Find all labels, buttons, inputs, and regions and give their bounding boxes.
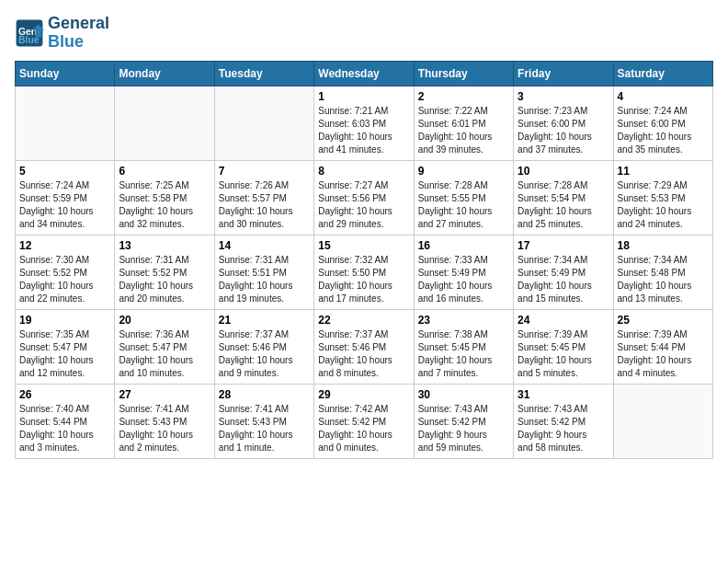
day-number: 11 (618, 165, 709, 178)
calendar-cell: 7Sunrise: 7:26 AM Sunset: 5:57 PM Daylig… (214, 160, 313, 235)
calendar-cell: 20Sunrise: 7:36 AM Sunset: 5:47 PM Dayli… (115, 309, 214, 384)
calendar-cell: 31Sunrise: 7:43 AM Sunset: 5:42 PM Dayli… (514, 384, 613, 458)
calendar-cell: 18Sunrise: 7:34 AM Sunset: 5:48 PM Dayli… (613, 235, 712, 309)
calendar-cell (613, 384, 712, 458)
cell-info: Sunrise: 7:36 AM Sunset: 5:47 PM Dayligh… (119, 328, 210, 380)
calendar-week-row: 12Sunrise: 7:30 AM Sunset: 5:52 PM Dayli… (16, 235, 713, 309)
calendar-cell: 28Sunrise: 7:41 AM Sunset: 5:43 PM Dayli… (214, 384, 313, 458)
cell-info: Sunrise: 7:32 AM Sunset: 5:50 PM Dayligh… (318, 254, 409, 305)
day-number: 22 (318, 314, 409, 327)
day-of-week-header: Thursday (414, 61, 513, 86)
logo-icon: Gen Blue (15, 18, 44, 48)
day-number: 2 (418, 90, 509, 103)
cell-info: Sunrise: 7:21 AM Sunset: 6:03 PM Dayligh… (318, 105, 409, 156)
cell-info: Sunrise: 7:26 AM Sunset: 5:57 PM Dayligh… (219, 179, 310, 231)
calendar-week-row: 1Sunrise: 7:21 AM Sunset: 6:03 PM Daylig… (16, 86, 713, 160)
day-number: 31 (518, 388, 609, 401)
cell-info: Sunrise: 7:24 AM Sunset: 6:00 PM Dayligh… (618, 105, 709, 156)
day-number: 24 (518, 314, 609, 327)
cell-info: Sunrise: 7:37 AM Sunset: 5:46 PM Dayligh… (318, 328, 409, 380)
cell-info: Sunrise: 7:42 AM Sunset: 5:42 PM Dayligh… (318, 403, 409, 454)
calendar-cell: 12Sunrise: 7:30 AM Sunset: 5:52 PM Dayli… (16, 235, 115, 309)
cell-info: Sunrise: 7:24 AM Sunset: 5:59 PM Dayligh… (19, 179, 110, 231)
calendar-cell (115, 86, 214, 160)
day-of-week-header: Friday (514, 61, 613, 86)
day-number: 14 (219, 239, 310, 252)
day-of-week-header: Sunday (16, 61, 115, 86)
cell-info: Sunrise: 7:43 AM Sunset: 5:42 PM Dayligh… (518, 403, 609, 454)
calendar-cell: 24Sunrise: 7:39 AM Sunset: 5:45 PM Dayli… (514, 309, 613, 384)
calendar-week-row: 19Sunrise: 7:35 AM Sunset: 5:47 PM Dayli… (16, 309, 713, 384)
cell-info: Sunrise: 7:41 AM Sunset: 5:43 PM Dayligh… (219, 403, 310, 454)
calendar-cell: 3Sunrise: 7:23 AM Sunset: 6:00 PM Daylig… (514, 86, 613, 160)
day-number: 16 (418, 239, 509, 252)
cell-info: Sunrise: 7:39 AM Sunset: 5:44 PM Dayligh… (618, 328, 709, 380)
day-number: 9 (418, 165, 509, 178)
calendar-cell: 16Sunrise: 7:33 AM Sunset: 5:49 PM Dayli… (414, 235, 513, 309)
day-number: 4 (618, 90, 709, 103)
calendar: SundayMondayTuesdayWednesdayThursdayFrid… (15, 61, 713, 459)
cell-info: Sunrise: 7:28 AM Sunset: 5:54 PM Dayligh… (518, 179, 609, 231)
day-number: 29 (318, 388, 409, 401)
day-number: 17 (518, 239, 609, 252)
calendar-cell: 1Sunrise: 7:21 AM Sunset: 6:03 PM Daylig… (314, 86, 414, 160)
day-of-week-header: Tuesday (214, 61, 313, 86)
calendar-header-row: SundayMondayTuesdayWednesdayThursdayFrid… (16, 61, 713, 86)
day-of-week-header: Saturday (613, 61, 712, 86)
calendar-week-row: 26Sunrise: 7:40 AM Sunset: 5:44 PM Dayli… (16, 384, 713, 458)
day-number: 26 (19, 388, 110, 401)
calendar-cell: 17Sunrise: 7:34 AM Sunset: 5:49 PM Dayli… (514, 235, 613, 309)
day-number: 30 (418, 388, 509, 401)
day-number: 28 (219, 388, 310, 401)
cell-info: Sunrise: 7:34 AM Sunset: 5:49 PM Dayligh… (518, 254, 609, 305)
day-number: 18 (618, 239, 709, 252)
cell-info: Sunrise: 7:27 AM Sunset: 5:56 PM Dayligh… (318, 179, 409, 231)
day-number: 5 (19, 165, 110, 178)
cell-info: Sunrise: 7:41 AM Sunset: 5:43 PM Dayligh… (119, 403, 210, 454)
day-number: 21 (219, 314, 310, 327)
calendar-cell: 25Sunrise: 7:39 AM Sunset: 5:44 PM Dayli… (613, 309, 712, 384)
day-number: 19 (19, 314, 110, 327)
cell-info: Sunrise: 7:35 AM Sunset: 5:47 PM Dayligh… (19, 328, 110, 380)
calendar-cell: 13Sunrise: 7:31 AM Sunset: 5:52 PM Dayli… (115, 235, 214, 309)
day-number: 8 (318, 165, 409, 178)
calendar-cell: 14Sunrise: 7:31 AM Sunset: 5:51 PM Dayli… (214, 235, 313, 309)
cell-info: Sunrise: 7:34 AM Sunset: 5:48 PM Dayligh… (618, 254, 709, 305)
cell-info: Sunrise: 7:38 AM Sunset: 5:45 PM Dayligh… (418, 328, 509, 380)
day-number: 23 (418, 314, 509, 327)
calendar-cell: 26Sunrise: 7:40 AM Sunset: 5:44 PM Dayli… (16, 384, 115, 458)
cell-info: Sunrise: 7:37 AM Sunset: 5:46 PM Dayligh… (219, 328, 310, 380)
calendar-cell: 15Sunrise: 7:32 AM Sunset: 5:50 PM Dayli… (314, 235, 414, 309)
day-number: 15 (318, 239, 409, 252)
calendar-cell: 21Sunrise: 7:37 AM Sunset: 5:46 PM Dayli… (214, 309, 313, 384)
calendar-cell: 4Sunrise: 7:24 AM Sunset: 6:00 PM Daylig… (613, 86, 712, 160)
cell-info: Sunrise: 7:29 AM Sunset: 5:53 PM Dayligh… (618, 179, 709, 231)
day-number: 10 (518, 165, 609, 178)
calendar-cell: 6Sunrise: 7:25 AM Sunset: 5:58 PM Daylig… (115, 160, 214, 235)
day-number: 7 (219, 165, 310, 178)
header: Gen Blue General Blue (15, 15, 713, 52)
day-of-week-header: Monday (115, 61, 214, 86)
logo: Gen Blue General Blue (15, 15, 109, 52)
calendar-cell: 11Sunrise: 7:29 AM Sunset: 5:53 PM Dayli… (613, 160, 712, 235)
cell-info: Sunrise: 7:22 AM Sunset: 6:01 PM Dayligh… (418, 105, 509, 156)
cell-info: Sunrise: 7:31 AM Sunset: 5:52 PM Dayligh… (119, 254, 210, 305)
cell-info: Sunrise: 7:33 AM Sunset: 5:49 PM Dayligh… (418, 254, 509, 305)
logo-text: General Blue (48, 15, 109, 52)
day-number: 6 (119, 165, 210, 178)
day-number: 20 (119, 314, 210, 327)
calendar-cell: 19Sunrise: 7:35 AM Sunset: 5:47 PM Dayli… (16, 309, 115, 384)
calendar-cell: 23Sunrise: 7:38 AM Sunset: 5:45 PM Dayli… (414, 309, 513, 384)
calendar-cell: 10Sunrise: 7:28 AM Sunset: 5:54 PM Dayli… (514, 160, 613, 235)
calendar-cell: 5Sunrise: 7:24 AM Sunset: 5:59 PM Daylig… (16, 160, 115, 235)
cell-info: Sunrise: 7:31 AM Sunset: 5:51 PM Dayligh… (219, 254, 310, 305)
cell-info: Sunrise: 7:25 AM Sunset: 5:58 PM Dayligh… (119, 179, 210, 231)
calendar-cell (16, 86, 115, 160)
calendar-cell: 29Sunrise: 7:42 AM Sunset: 5:42 PM Dayli… (314, 384, 414, 458)
day-number: 12 (19, 239, 110, 252)
cell-info: Sunrise: 7:39 AM Sunset: 5:45 PM Dayligh… (518, 328, 609, 380)
cell-info: Sunrise: 7:40 AM Sunset: 5:44 PM Dayligh… (19, 403, 110, 454)
day-of-week-header: Wednesday (314, 61, 414, 86)
calendar-cell (214, 86, 313, 160)
day-number: 27 (119, 388, 210, 401)
